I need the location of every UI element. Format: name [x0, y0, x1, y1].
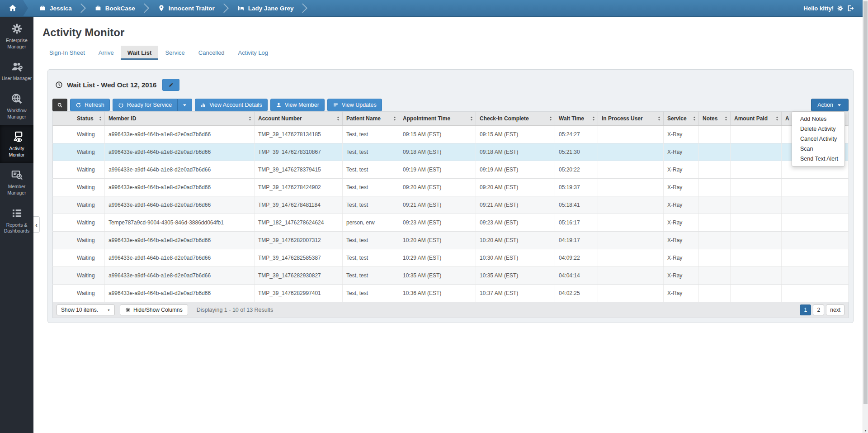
table-cell: 09:23 AM (EST)	[476, 214, 555, 232]
column-header-empty	[53, 112, 73, 126]
sidebar-item-activity-monitor[interactable]: Activity Monitor	[0, 125, 33, 163]
sidebar-item-workflow-manager[interactable]: Workflow Manager	[0, 87, 33, 125]
column-header-member-id[interactable]: Member ID	[105, 112, 255, 126]
action-button[interactable]: Action	[811, 99, 849, 111]
sort-icon[interactable]	[248, 116, 252, 121]
breadcrumb-item-jessica[interactable]: Jessica	[28, 0, 84, 16]
table-cell: Test, test	[343, 126, 399, 143]
view-member-label: View Member	[285, 102, 319, 108]
sidebar-item-enterprise-manager[interactable]: Enterprise Manager	[0, 17, 33, 55]
table-row[interactable]: Waitinga996433e-a9df-464b-a1e8-d2e0ad7b6…	[53, 267, 849, 285]
table-cell: Waiting	[73, 196, 105, 214]
column-header-notes[interactable]: Notes	[699, 112, 731, 126]
page-button-next[interactable]: next	[826, 305, 844, 315]
table-row[interactable]: Waitinga996433e-a9df-464b-a1e8-d2e0ad7b6…	[53, 232, 849, 249]
table-cell: 09:20 AM (EST)	[476, 179, 555, 196]
chevron-down-icon	[182, 102, 188, 108]
column-header-service[interactable]: Service	[664, 112, 699, 126]
table-cell: TMP_39_1476278424902	[255, 179, 343, 196]
sort-icon[interactable]	[775, 116, 779, 121]
table-row[interactable]: WaitingTempe787a9cd-9004-4305-846d-3886d…	[53, 214, 849, 232]
ready-for-service-button[interactable]: Ready for Service	[113, 99, 177, 111]
table-cell: Test, test	[343, 249, 399, 267]
tab-arrive[interactable]: Arrive	[92, 46, 121, 60]
table-row[interactable]: Waitinga996433e-a9df-464b-a1e8-d2e0ad7b6…	[53, 196, 849, 214]
show-items-select[interactable]: Show 10 items. ▼	[57, 305, 115, 315]
breadcrumb-item-home[interactable]	[0, 0, 28, 16]
tab-sign-in-sheet[interactable]: Sign-In Sheet	[42, 46, 92, 60]
table-cell	[731, 161, 782, 179]
table-cell: a996433e-a9df-464b-a1e8-d2e0ad7b6d66	[105, 249, 255, 267]
column-header-account-number[interactable]: Account Number	[255, 112, 343, 126]
column-header-amount-paid[interactable]: Amount Paid	[731, 112, 782, 126]
sort-icon[interactable]	[469, 116, 474, 121]
sort-icon[interactable]	[392, 116, 397, 121]
scrollbar-thumb[interactable]	[863, 1, 868, 404]
tab-wait-list[interactable]: Wait List	[121, 46, 159, 60]
column-header-status[interactable]: Status	[73, 112, 105, 126]
sort-icon[interactable]	[724, 116, 728, 121]
breadcrumb-item-bookcase[interactable]: BookCase	[84, 0, 147, 16]
table-row[interactable]: Waitinga996433e-a9df-464b-a1e8-d2e0ad7b6…	[53, 179, 849, 196]
table-cell	[699, 179, 731, 196]
table-row[interactable]: Waitinga996433e-a9df-464b-a1e8-d2e0ad7b6…	[53, 161, 849, 179]
tab-cancelled[interactable]: Cancelled	[192, 46, 231, 60]
menu-item-delete-activity[interactable]: Delete Activity	[792, 124, 844, 134]
hide-show-columns-button[interactable]: Hide/Show Columns	[120, 305, 188, 315]
sort-icon[interactable]	[692, 116, 697, 121]
menu-item-add-notes[interactable]: Add Notes	[792, 114, 844, 124]
view-member-button[interactable]: View Member	[270, 99, 325, 111]
sidebar-collapse-handle[interactable]: ‹	[33, 216, 40, 233]
tab-service[interactable]: Service	[158, 46, 191, 60]
table-cell: 09:20 AM (EST)	[399, 179, 476, 196]
refresh-button[interactable]: Refresh	[70, 99, 110, 111]
gear-icon[interactable]	[837, 5, 844, 12]
column-header-wait-time[interactable]: Wait Time	[555, 112, 598, 126]
vertical-scrollbar[interactable]: ▲ ▼	[863, 0, 868, 433]
sidebar-item-reports-dashboards[interactable]: Reports & Dashboards	[0, 201, 33, 239]
search-button[interactable]	[52, 99, 67, 111]
breadcrumb-label: BookCase	[105, 5, 135, 12]
table-cell	[598, 267, 664, 285]
table-cell	[598, 179, 664, 196]
view-account-details-button[interactable]: View Account Details	[195, 99, 268, 111]
card-search-icon	[11, 169, 23, 181]
column-header-in-process-user[interactable]: In Process User	[598, 112, 664, 126]
tab-activity-log[interactable]: Activity Log	[231, 46, 275, 60]
table-row[interactable]: Waitinga996433e-a9df-464b-a1e8-d2e0ad7b6…	[53, 285, 849, 302]
view-updates-button[interactable]: View Updates	[327, 99, 382, 111]
scroll-down-arrow-icon[interactable]: ▼	[863, 429, 868, 432]
ready-for-service-caret-button[interactable]	[177, 99, 192, 111]
page-button-2[interactable]: 2	[813, 305, 824, 315]
menu-item-send-text-alert[interactable]: Send Text Alert	[792, 154, 844, 164]
table-cell	[699, 126, 731, 143]
sort-icon[interactable]	[98, 116, 103, 121]
menu-item-scan[interactable]: Scan	[792, 144, 844, 154]
column-header-patient-name[interactable]: Patient Name	[343, 112, 399, 126]
table-row[interactable]: Waitinga996433e-a9df-464b-a1e8-d2e0ad7b6…	[53, 126, 849, 143]
table-row[interactable]: Waitinga996433e-a9df-464b-a1e8-d2e0ad7b6…	[53, 249, 849, 267]
column-header-appointment-time[interactable]: Appointment Time	[399, 112, 476, 126]
column-header-check-in-complete[interactable]: Check-in Complete	[476, 112, 555, 126]
page-button-1[interactable]: 1	[800, 305, 811, 315]
sort-icon[interactable]	[657, 116, 661, 121]
list-icon	[333, 102, 339, 108]
table-cell	[782, 285, 849, 302]
sidebar-item-member-manager[interactable]: Member Manager	[0, 163, 33, 201]
table-cell	[53, 232, 73, 249]
sidebar-item-user-manager[interactable]: User Manager	[0, 55, 33, 87]
table-row[interactable]: Waitinga996433e-a9df-464b-a1e8-d2e0ad7b6…	[53, 143, 849, 161]
main-content: Activity Monitor Sign-In SheetArriveWait…	[33, 17, 868, 433]
logout-icon[interactable]	[847, 5, 854, 12]
table-cell: Test, test	[343, 196, 399, 214]
table-cell: person, erw	[343, 214, 399, 232]
edit-date-button[interactable]	[162, 79, 179, 91]
menu-item-cancel-activity[interactable]: Cancel Activity	[792, 134, 844, 144]
sort-icon[interactable]	[336, 116, 340, 121]
sort-icon[interactable]	[591, 116, 596, 121]
table-cell	[598, 249, 664, 267]
sort-icon[interactable]	[548, 116, 553, 121]
breadcrumb-item-lady-jane-grey[interactable]: Lady Jane Grey	[226, 0, 306, 16]
table-cell	[731, 196, 782, 214]
breadcrumb-item-innocent-traitor[interactable]: Innocent Traitor	[147, 0, 226, 16]
